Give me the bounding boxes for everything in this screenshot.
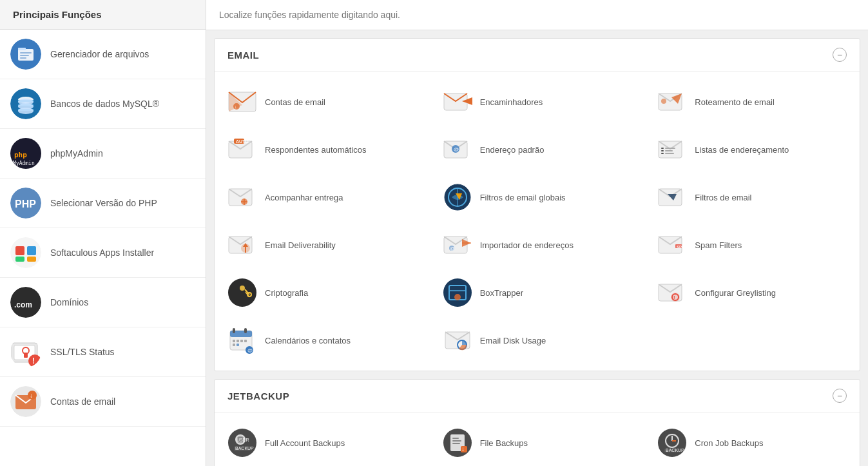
sidebar-item-label-ssl: SSL/TLS Status <box>50 347 115 357</box>
feature-label-cron-job-backups: Cron Job Backups <box>695 438 763 448</box>
sidebar-item-email-accounts[interactable]: ↓ Contas de email <box>0 377 206 427</box>
feature-label-greylisting: Configurar Greylisting <box>695 288 776 298</box>
feature-label-email-deliverability: Email Deliverability <box>265 240 336 250</box>
feature-item-roteamento-email[interactable]: Roteamento de email <box>644 78 860 126</box>
svg-text:@: @ <box>450 246 455 251</box>
feature-item-filtros-globais[interactable]: Filtros de email globais <box>430 173 645 221</box>
svg-rect-118 <box>452 440 461 442</box>
svg-rect-101 <box>244 340 247 342</box>
svg-rect-2 <box>18 48 26 50</box>
feature-label-full-account-backups: Full Account Backups <box>265 438 345 448</box>
email-accounts-icon: ↓ <box>10 386 41 417</box>
feature-item-acompanhar-entrega[interactable]: Acompanhar entrega <box>215 173 430 221</box>
svg-rect-98 <box>233 340 235 342</box>
feature-item-contas-email[interactable]: ↓ Contas de email <box>215 78 430 126</box>
feature-item-filtros-email[interactable]: Filtros de email <box>644 173 860 221</box>
sidebar-item-phpmyadmin[interactable]: php MyAdmin phpMyAdmin <box>0 129 206 179</box>
svg-text:↓: ↓ <box>461 445 465 452</box>
track-delivery-icon <box>227 182 257 212</box>
sidebar-item-mysql[interactable]: Bancos de dados MySQL® <box>0 79 206 129</box>
svg-rect-57 <box>665 150 673 151</box>
deliverability-icon <box>227 230 257 260</box>
feature-item-importador-enderecos[interactable]: @ Importador de endereços <box>430 221 645 269</box>
feature-label-email-disk-usage: Email Disk Usage <box>480 336 546 345</box>
svg-rect-29 <box>24 353 28 358</box>
feature-label-contas-email: Contas de email <box>265 97 325 107</box>
address-importer-icon: @ <box>443 230 472 260</box>
feature-item-encaminhadores[interactable]: Encaminhadores <box>430 78 645 126</box>
feature-item-spam-filters[interactable]: SPAM Spam Filters <box>644 221 860 269</box>
svg-text:@: @ <box>247 347 253 353</box>
svg-rect-102 <box>233 344 235 346</box>
sidebar-item-label-file-manager: Gerenciador de arquivos <box>50 49 149 59</box>
sections-container: EMAIL − ↓ Contas de email Encaminhadores <box>206 38 868 466</box>
search-input[interactable] <box>219 10 855 20</box>
svg-rect-21 <box>27 246 36 255</box>
feature-item-boxtrapper[interactable]: BoxTrapper <box>430 269 645 316</box>
sidebar-item-ssl[interactable]: ! SSL/TLS Status <box>0 327 206 377</box>
spam-filters-icon: SPAM <box>657 230 687 260</box>
sidebar-item-file-manager[interactable]: Gerenciador de arquivos <box>0 30 206 79</box>
svg-text:PHP: PHP <box>15 199 36 209</box>
file-manager-icon <box>10 39 41 70</box>
feature-item-email-disk-usage[interactable]: Email Disk Usage <box>430 316 645 364</box>
feature-label-calendarios: Calendários e contatos <box>265 336 351 345</box>
sidebar-title: Principais Funções <box>0 0 206 30</box>
search-bar <box>206 0 868 30</box>
svg-point-86 <box>443 278 472 307</box>
full-backups-icon: USER BACKUP <box>227 428 257 458</box>
svg-rect-58 <box>665 153 674 154</box>
svg-point-19 <box>10 237 41 268</box>
ssl-icon: ! <box>10 336 41 367</box>
svg-rect-23 <box>27 257 36 262</box>
feature-item-endereco-padrao[interactable]: @ Endereço padrão <box>430 126 645 173</box>
mysql-icon <box>10 88 41 119</box>
forwarders-icon <box>443 87 472 117</box>
svg-text:MyAdmin: MyAdmin <box>13 160 35 166</box>
svg-point-81 <box>228 278 256 307</box>
section-jetbackup: JETBACKUP − USER BACKUP Full Account Bac… <box>214 379 860 466</box>
default-address-icon: @ <box>443 135 472 164</box>
svg-point-45 <box>661 99 666 104</box>
svg-text:BACKUP: BACKUP <box>666 448 684 452</box>
svg-point-89 <box>454 294 461 300</box>
svg-rect-96 <box>233 328 235 333</box>
sidebar-item-php-version[interactable]: PHP Selecionar Versão do PHP <box>0 179 206 228</box>
svg-rect-54 <box>661 150 664 151</box>
sidebar-item-domains[interactable]: .com Domínios <box>0 278 206 327</box>
boxtrapper-icon <box>443 278 472 307</box>
feature-item-calendarios[interactable]: @ Calendários e contatos <box>215 316 430 364</box>
feature-item-respondentes[interactable]: AUTO Respondentes automáticos <box>215 126 430 173</box>
autoresponders-icon: AUTO <box>227 135 257 164</box>
email-disk-icon <box>443 325 472 355</box>
feature-label-importador-enderecos: Importador de endereços <box>480 240 574 250</box>
feature-item-listas-enderecamento[interactable]: Listas de endereçamento <box>644 126 860 173</box>
feature-item-criptografia[interactable]: Criptografia <box>215 269 430 316</box>
feature-item-email-deliverability[interactable]: Email Deliverability <box>215 221 430 269</box>
greylisting-icon: ! <box>657 278 687 307</box>
feature-label-filtros-globais: Filtros de email globais <box>480 193 566 202</box>
feature-item-full-account-backups[interactable]: USER BACKUP Full Account Backups <box>215 419 430 466</box>
feature-label-file-backups: File Backups <box>480 438 528 448</box>
feature-label-listas-enderecamento: Listas de endereçamento <box>695 145 789 155</box>
section-toggle-email[interactable]: − <box>833 48 847 62</box>
feature-item-greylisting[interactable]: ! Configurar Greylisting <box>644 269 860 316</box>
sidebar-item-label-email-accounts: Contas de email <box>50 396 115 407</box>
cron-backups-icon: BACKUP <box>657 428 687 458</box>
svg-rect-3 <box>20 52 32 53</box>
feature-item-cron-job-backups[interactable]: BACKUP Cron Job Backups <box>644 419 860 466</box>
sidebar-item-softaculous[interactable]: Softaculous Apps Installer <box>0 228 206 278</box>
sidebar-item-label-domains: Domínios <box>50 297 88 307</box>
feature-label-acompanhar-entrega: Acompanhar entrega <box>265 193 343 202</box>
svg-point-82 <box>240 286 245 291</box>
section-title-jetbackup: JETBACKUP <box>227 391 289 402</box>
feature-item-file-backups[interactable]: ↓ File Backups <box>430 419 645 466</box>
section-toggle-jetbackup[interactable]: − <box>833 389 847 403</box>
svg-text:AUTO: AUTO <box>236 139 249 144</box>
main-content: EMAIL − ↓ Contas de email Encaminhadores <box>206 0 868 466</box>
sidebar-item-label-mysql: Bancos de dados MySQL® <box>50 99 159 109</box>
sidebar-item-label-php-version: Selecionar Versão do PHP <box>50 198 157 208</box>
svg-text:USER: USER <box>236 438 249 442</box>
svg-rect-22 <box>15 257 24 262</box>
svg-text:@: @ <box>454 146 459 152</box>
